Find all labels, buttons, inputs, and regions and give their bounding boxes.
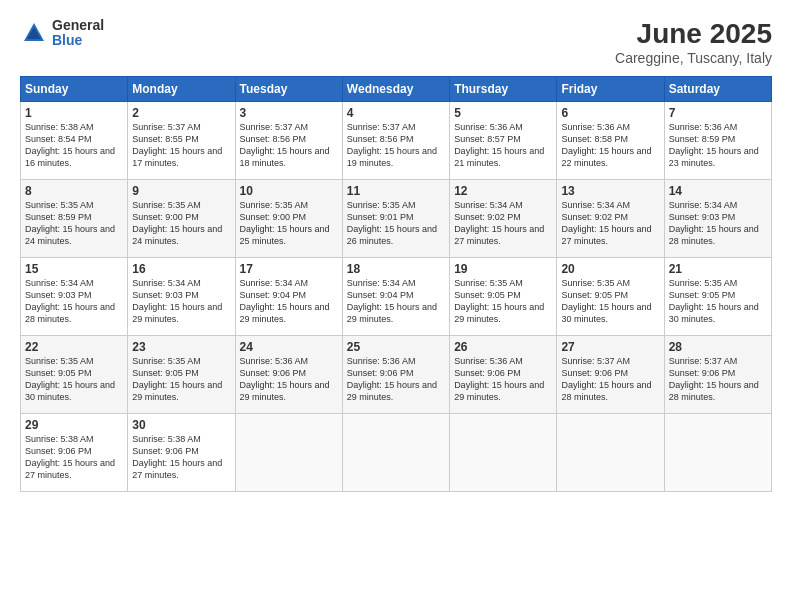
table-cell: 7Sunrise: 5:36 AM Sunset: 8:59 PM Daylig… — [664, 102, 771, 180]
table-cell: 18Sunrise: 5:34 AM Sunset: 9:04 PM Dayli… — [342, 258, 449, 336]
day-number: 26 — [454, 340, 552, 354]
table-cell: 12Sunrise: 5:34 AM Sunset: 9:02 PM Dayli… — [450, 180, 557, 258]
table-cell: 19Sunrise: 5:35 AM Sunset: 9:05 PM Dayli… — [450, 258, 557, 336]
logo-blue-text: Blue — [52, 33, 104, 48]
day-number: 21 — [669, 262, 767, 276]
day-number: 23 — [132, 340, 230, 354]
day-info: Sunrise: 5:36 AM Sunset: 8:58 PM Dayligh… — [561, 121, 659, 170]
day-info: Sunrise: 5:38 AM Sunset: 9:06 PM Dayligh… — [25, 433, 123, 482]
logo-text: General Blue — [52, 18, 104, 49]
day-info: Sunrise: 5:35 AM Sunset: 9:05 PM Dayligh… — [132, 355, 230, 404]
day-info: Sunrise: 5:35 AM Sunset: 9:00 PM Dayligh… — [132, 199, 230, 248]
table-cell: 1Sunrise: 5:38 AM Sunset: 8:54 PM Daylig… — [21, 102, 128, 180]
table-cell: 29Sunrise: 5:38 AM Sunset: 9:06 PM Dayli… — [21, 414, 128, 492]
header-row: Sunday Monday Tuesday Wednesday Thursday… — [21, 77, 772, 102]
day-number: 18 — [347, 262, 445, 276]
day-number: 30 — [132, 418, 230, 432]
calendar-title: June 2025 — [615, 18, 772, 50]
day-number: 1 — [25, 106, 123, 120]
table-cell: 23Sunrise: 5:35 AM Sunset: 9:05 PM Dayli… — [128, 336, 235, 414]
table-cell: 11Sunrise: 5:35 AM Sunset: 9:01 PM Dayli… — [342, 180, 449, 258]
table-cell — [557, 414, 664, 492]
calendar-subtitle: Careggine, Tuscany, Italy — [615, 50, 772, 66]
table-cell: 14Sunrise: 5:34 AM Sunset: 9:03 PM Dayli… — [664, 180, 771, 258]
table-cell: 17Sunrise: 5:34 AM Sunset: 9:04 PM Dayli… — [235, 258, 342, 336]
day-info: Sunrise: 5:34 AM Sunset: 9:02 PM Dayligh… — [454, 199, 552, 248]
day-info: Sunrise: 5:36 AM Sunset: 8:59 PM Dayligh… — [669, 121, 767, 170]
table-cell: 22Sunrise: 5:35 AM Sunset: 9:05 PM Dayli… — [21, 336, 128, 414]
day-info: Sunrise: 5:34 AM Sunset: 9:04 PM Dayligh… — [240, 277, 338, 326]
table-cell — [664, 414, 771, 492]
day-number: 24 — [240, 340, 338, 354]
table-cell — [235, 414, 342, 492]
table-cell: 30Sunrise: 5:38 AM Sunset: 9:06 PM Dayli… — [128, 414, 235, 492]
calendar-table: Sunday Monday Tuesday Wednesday Thursday… — [20, 76, 772, 492]
logo: General Blue — [20, 18, 104, 49]
day-number: 20 — [561, 262, 659, 276]
col-friday: Friday — [557, 77, 664, 102]
day-number: 13 — [561, 184, 659, 198]
table-cell: 4Sunrise: 5:37 AM Sunset: 8:56 PM Daylig… — [342, 102, 449, 180]
day-info: Sunrise: 5:35 AM Sunset: 9:01 PM Dayligh… — [347, 199, 445, 248]
col-saturday: Saturday — [664, 77, 771, 102]
col-sunday: Sunday — [21, 77, 128, 102]
day-info: Sunrise: 5:37 AM Sunset: 8:55 PM Dayligh… — [132, 121, 230, 170]
table-cell — [450, 414, 557, 492]
table-cell: 8Sunrise: 5:35 AM Sunset: 8:59 PM Daylig… — [21, 180, 128, 258]
day-info: Sunrise: 5:36 AM Sunset: 9:06 PM Dayligh… — [454, 355, 552, 404]
day-info: Sunrise: 5:34 AM Sunset: 9:03 PM Dayligh… — [25, 277, 123, 326]
table-row: 8Sunrise: 5:35 AM Sunset: 8:59 PM Daylig… — [21, 180, 772, 258]
day-number: 11 — [347, 184, 445, 198]
table-cell: 25Sunrise: 5:36 AM Sunset: 9:06 PM Dayli… — [342, 336, 449, 414]
day-info: Sunrise: 5:35 AM Sunset: 9:05 PM Dayligh… — [561, 277, 659, 326]
day-info: Sunrise: 5:34 AM Sunset: 9:03 PM Dayligh… — [132, 277, 230, 326]
day-number: 9 — [132, 184, 230, 198]
day-info: Sunrise: 5:37 AM Sunset: 8:56 PM Dayligh… — [240, 121, 338, 170]
table-cell: 28Sunrise: 5:37 AM Sunset: 9:06 PM Dayli… — [664, 336, 771, 414]
day-number: 17 — [240, 262, 338, 276]
day-info: Sunrise: 5:38 AM Sunset: 8:54 PM Dayligh… — [25, 121, 123, 170]
table-cell: 3Sunrise: 5:37 AM Sunset: 8:56 PM Daylig… — [235, 102, 342, 180]
day-info: Sunrise: 5:35 AM Sunset: 8:59 PM Dayligh… — [25, 199, 123, 248]
day-info: Sunrise: 5:35 AM Sunset: 9:05 PM Dayligh… — [454, 277, 552, 326]
table-cell: 27Sunrise: 5:37 AM Sunset: 9:06 PM Dayli… — [557, 336, 664, 414]
day-info: Sunrise: 5:37 AM Sunset: 8:56 PM Dayligh… — [347, 121, 445, 170]
day-info: Sunrise: 5:35 AM Sunset: 9:05 PM Dayligh… — [25, 355, 123, 404]
day-info: Sunrise: 5:37 AM Sunset: 9:06 PM Dayligh… — [669, 355, 767, 404]
day-info: Sunrise: 5:36 AM Sunset: 9:06 PM Dayligh… — [240, 355, 338, 404]
day-number: 22 — [25, 340, 123, 354]
table-row: 29Sunrise: 5:38 AM Sunset: 9:06 PM Dayli… — [21, 414, 772, 492]
table-cell: 13Sunrise: 5:34 AM Sunset: 9:02 PM Dayli… — [557, 180, 664, 258]
day-number: 5 — [454, 106, 552, 120]
day-number: 8 — [25, 184, 123, 198]
day-info: Sunrise: 5:35 AM Sunset: 9:05 PM Dayligh… — [669, 277, 767, 326]
col-thursday: Thursday — [450, 77, 557, 102]
day-number: 19 — [454, 262, 552, 276]
day-number: 28 — [669, 340, 767, 354]
table-cell: 9Sunrise: 5:35 AM Sunset: 9:00 PM Daylig… — [128, 180, 235, 258]
day-number: 6 — [561, 106, 659, 120]
table-cell — [342, 414, 449, 492]
page: General Blue June 2025 Careggine, Tuscan… — [0, 0, 792, 612]
day-number: 14 — [669, 184, 767, 198]
table-cell: 15Sunrise: 5:34 AM Sunset: 9:03 PM Dayli… — [21, 258, 128, 336]
day-number: 2 — [132, 106, 230, 120]
day-info: Sunrise: 5:34 AM Sunset: 9:04 PM Dayligh… — [347, 277, 445, 326]
day-info: Sunrise: 5:35 AM Sunset: 9:00 PM Dayligh… — [240, 199, 338, 248]
table-row: 22Sunrise: 5:35 AM Sunset: 9:05 PM Dayli… — [21, 336, 772, 414]
day-number: 29 — [25, 418, 123, 432]
table-cell: 6Sunrise: 5:36 AM Sunset: 8:58 PM Daylig… — [557, 102, 664, 180]
header-area: General Blue June 2025 Careggine, Tuscan… — [20, 18, 772, 66]
table-row: 1Sunrise: 5:38 AM Sunset: 8:54 PM Daylig… — [21, 102, 772, 180]
col-tuesday: Tuesday — [235, 77, 342, 102]
logo-icon — [20, 19, 48, 47]
col-wednesday: Wednesday — [342, 77, 449, 102]
table-cell: 20Sunrise: 5:35 AM Sunset: 9:05 PM Dayli… — [557, 258, 664, 336]
logo-general-text: General — [52, 18, 104, 33]
day-number: 12 — [454, 184, 552, 198]
table-cell: 26Sunrise: 5:36 AM Sunset: 9:06 PM Dayli… — [450, 336, 557, 414]
day-number: 10 — [240, 184, 338, 198]
table-row: 15Sunrise: 5:34 AM Sunset: 9:03 PM Dayli… — [21, 258, 772, 336]
day-info: Sunrise: 5:37 AM Sunset: 9:06 PM Dayligh… — [561, 355, 659, 404]
table-cell: 10Sunrise: 5:35 AM Sunset: 9:00 PM Dayli… — [235, 180, 342, 258]
